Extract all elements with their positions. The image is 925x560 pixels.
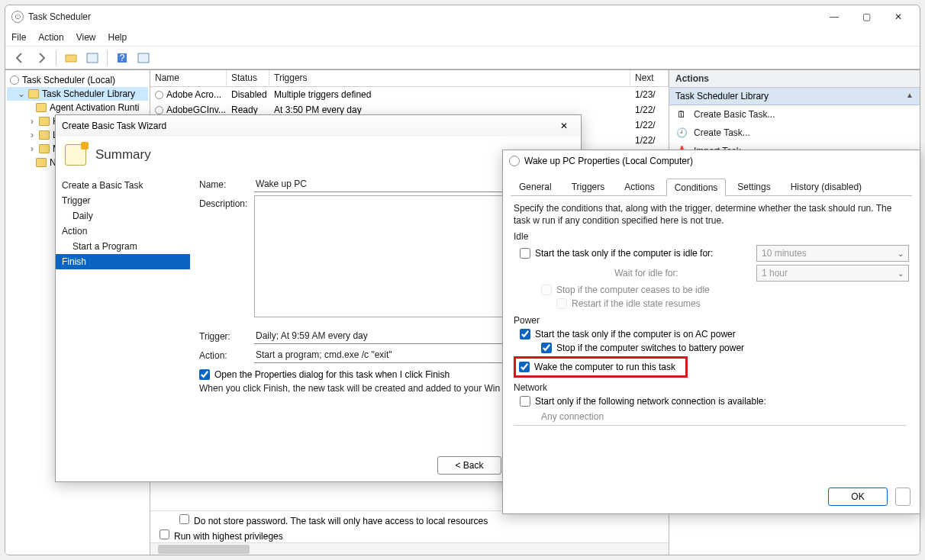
task-options: Do not store password. The task will onl… [150, 510, 669, 542]
folder-icon [39, 117, 50, 126]
label-trigger: Trigger: [199, 328, 254, 342]
idle-start-checkbox[interactable] [520, 248, 530, 259]
wizard-heading: Summary [95, 147, 151, 163]
back-button[interactable]: < Back [437, 456, 501, 475]
actions-header: Actions [669, 70, 920, 88]
forward-button[interactable] [33, 50, 50, 66]
task-icon: 🕘 [675, 127, 688, 139]
tree-library[interactable]: ⌄Task Scheduler Library [7, 87, 148, 101]
col-status[interactable]: Status [227, 70, 269, 86]
clock-icon [10, 76, 19, 85]
svg-text:?: ? [120, 53, 125, 63]
horizontal-scrollbar[interactable] [150, 542, 669, 555]
open-properties-checkbox[interactable] [199, 369, 210, 380]
table-row[interactable]: Adobe Acro...DisabledMultiple triggers d… [150, 87, 669, 102]
step-create[interactable]: Create a Basic Task [56, 178, 190, 193]
cancel-button[interactable] [895, 488, 910, 506]
col-triggers[interactable]: Triggers [269, 70, 630, 86]
folder-icon [36, 158, 47, 167]
tab-history[interactable]: History (disabled) [782, 178, 870, 195]
ok-button[interactable]: OK [828, 488, 888, 506]
step-finish[interactable]: Finish [56, 254, 190, 269]
no-store-password-checkbox[interactable] [179, 514, 189, 524]
clock-icon [155, 91, 163, 99]
col-name[interactable]: Name [150, 70, 227, 86]
menu-help[interactable]: Help [108, 32, 127, 43]
idle-stop-checkbox [541, 285, 552, 295]
step-trigger[interactable]: Trigger [56, 193, 190, 208]
actions-group[interactable]: Task Scheduler Library▲ [669, 88, 920, 105]
tab-general[interactable]: General [511, 178, 560, 195]
menu-view[interactable]: View [76, 32, 96, 43]
expand-icon[interactable]: › [28, 116, 36, 127]
chevron-down-icon: ⌄ [898, 269, 904, 278]
task-icon: 🗓 [675, 108, 688, 121]
action-create-basic-task[interactable]: 🗓Create Basic Task... [669, 105, 920, 124]
tree-root[interactable]: Task Scheduler (Local) [7, 73, 148, 87]
tab-settings[interactable]: Settings [729, 178, 778, 195]
maximize-button[interactable]: ▢ [851, 8, 881, 26]
properties-title: Wake up PC Properties (Local Computer) [524, 156, 693, 166]
back-button[interactable] [11, 50, 28, 66]
wizard-title: Create Basic Task Wizard [62, 121, 553, 131]
collapse-icon[interactable]: ⌄ [18, 89, 25, 99]
folder-icon [39, 130, 50, 140]
grid-header: Name Status Triggers Next [150, 70, 669, 87]
clock-icon: ⏲ [11, 11, 24, 23]
step-start-program[interactable]: Start a Program [56, 239, 190, 254]
idle-wait-select[interactable]: 1 hour⌄ [756, 265, 909, 282]
clock-icon [509, 156, 520, 166]
idle-duration-select[interactable]: 10 minutes⌄ [756, 245, 909, 262]
step-daily[interactable]: Daily [56, 208, 190, 224]
folder-icon [28, 89, 39, 98]
expand-icon[interactable]: › [28, 143, 36, 154]
minimize-button[interactable]: — [819, 8, 849, 26]
tab-triggers[interactable]: Triggers [563, 178, 614, 195]
tab-actions[interactable]: Actions [616, 178, 662, 195]
svg-rect-1 [87, 53, 98, 63]
idle-restart-checkbox [556, 298, 567, 309]
network-checkbox[interactable] [520, 396, 530, 407]
window-title: Task Scheduler [28, 11, 819, 22]
step-action[interactable]: Action [56, 224, 190, 239]
wizard-steps: Create a Basic Task Trigger Daily Action… [56, 173, 190, 449]
chevron-up-icon: ▲ [906, 91, 914, 101]
help-icon[interactable]: ? [114, 50, 131, 66]
section-network: Network [514, 382, 909, 393]
titlebar: ⏲ Task Scheduler — ▢ ✕ [5, 5, 920, 28]
conditions-description: Specify the conditions that, along with … [514, 202, 909, 227]
close-button[interactable]: ✕ [553, 118, 575, 134]
section-power: Power [514, 315, 909, 326]
clock-icon [155, 106, 163, 114]
highest-privileges-checkbox[interactable] [160, 529, 169, 539]
menu-action[interactable]: Action [38, 32, 63, 43]
menu-file[interactable]: File [11, 32, 26, 43]
section-idle: Idle [514, 231, 909, 242]
close-button[interactable]: ✕ [883, 8, 914, 26]
network-connection-select[interactable]: Any connection [514, 408, 906, 426]
col-next[interactable]: Next [630, 70, 669, 86]
panel-icon[interactable] [84, 50, 101, 66]
folder-icon[interactable] [63, 50, 79, 66]
properties-tabs: General Triggers Actions Conditions Sett… [503, 172, 920, 195]
label-action: Action: [199, 347, 254, 361]
label-description: Description: [199, 195, 254, 209]
svg-rect-0 [66, 55, 76, 62]
ac-power-checkbox[interactable] [520, 329, 530, 340]
wizard-icon [65, 144, 86, 166]
label-name: Name: [199, 176, 254, 190]
folder-icon [39, 144, 50, 153]
expand-icon[interactable]: › [28, 130, 36, 140]
highlight-box: Wake the computer to run this task [514, 356, 688, 378]
folder-icon [36, 103, 47, 112]
action-create-task[interactable]: 🕘Create Task... [669, 124, 920, 142]
tab-conditions[interactable]: Conditions [666, 179, 727, 196]
tree-item[interactable]: Agent Activation Runti [7, 101, 148, 114]
panel2-icon[interactable] [135, 50, 152, 66]
menubar: File Action View Help [5, 28, 920, 47]
chevron-down-icon: ⌄ [898, 249, 904, 258]
battery-stop-checkbox[interactable] [541, 343, 552, 353]
svg-rect-4 [138, 53, 149, 63]
wake-computer-checkbox[interactable] [519, 362, 530, 372]
toolbar: ? [5, 47, 920, 69]
